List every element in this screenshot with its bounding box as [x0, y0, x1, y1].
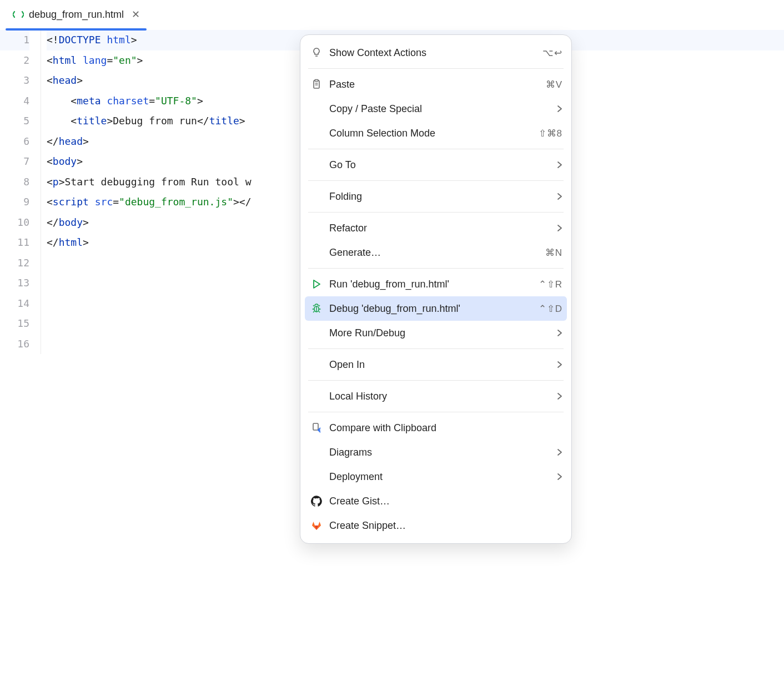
menu-item-column-selection[interactable]: Column Selection Mode⇧⌘8 — [300, 121, 571, 145]
menu-separator — [308, 268, 564, 269]
menu-item-more-run-debug[interactable]: More Run/Debug — [300, 321, 571, 345]
chevron-right-icon — [557, 105, 562, 113]
compare-icon — [309, 422, 324, 433]
menu-label: More Run/Debug — [329, 327, 551, 339]
line-number: 14 — [0, 294, 29, 314]
menu-shortcut: ⇧⌘8 — [539, 128, 562, 139]
menu-label: Paste — [329, 79, 540, 90]
menu-label: Local History — [329, 391, 551, 402]
bulb-icon — [309, 47, 324, 58]
clipboard-icon — [309, 79, 324, 90]
menu-item-go-to[interactable]: Go To — [300, 153, 571, 177]
menu-label: Debug 'debug_from_run.html' — [329, 303, 533, 315]
menu-separator — [308, 412, 564, 412]
line-number: 10 — [0, 213, 29, 233]
menu-label: Column Selection Mode — [329, 128, 533, 139]
line-number: 2 — [0, 50, 29, 71]
menu-separator — [308, 68, 564, 69]
menu-item-debug-file[interactable]: Debug 'debug_from_run.html'⌃⇧D — [305, 296, 567, 321]
menu-shortcut: ⌃⇧R — [539, 279, 562, 290]
menu-item-generate[interactable]: Generate…⌘N — [300, 240, 571, 265]
line-number: 1 — [0, 30, 29, 50]
gitlab-icon — [309, 520, 324, 531]
menu-item-refactor[interactable]: Refactor — [300, 216, 571, 240]
menu-label: Run 'debug_from_run.html' — [329, 279, 533, 290]
menu-label: Go To — [329, 159, 551, 171]
menu-item-local-history[interactable]: Local History — [300, 384, 571, 408]
menu-label: Compare with Clipboard — [329, 422, 562, 434]
menu-separator — [308, 180, 564, 181]
menu-item-context-actions[interactable]: Show Context Actions⌥↩ — [300, 41, 571, 65]
line-number: 8 — [0, 172, 29, 193]
menu-separator — [308, 212, 564, 213]
line-number: 13 — [0, 273, 29, 294]
menu-separator — [308, 380, 564, 381]
chevron-right-icon — [557, 361, 562, 368]
line-number: 6 — [0, 132, 29, 152]
menu-item-create-snippet[interactable]: Create Snippet… — [300, 513, 571, 538]
line-number: 3 — [0, 70, 29, 91]
tab-title: debug_from_run.html — [29, 9, 124, 21]
chevron-right-icon — [557, 448, 562, 456]
svg-rect-2 — [315, 80, 318, 82]
menu-label: Diagrams — [329, 447, 551, 458]
chevron-right-icon — [557, 392, 562, 400]
menu-shortcut: ⌥↩ — [542, 47, 562, 59]
context-menu: Show Context Actions⌥↩Paste⌘VCopy / Past… — [300, 34, 572, 544]
chevron-right-icon — [557, 329, 562, 337]
menu-separator — [308, 348, 564, 349]
line-number: 15 — [0, 314, 29, 334]
menu-separator — [308, 149, 564, 149]
menu-label: Create Gist… — [329, 496, 562, 507]
line-number: 16 — [0, 334, 29, 355]
line-number: 12 — [0, 253, 29, 274]
menu-item-compare-clipboard[interactable]: Compare with Clipboard — [300, 416, 571, 440]
menu-label: Refactor — [329, 223, 551, 234]
menu-shortcut: ⌃⇧D — [539, 303, 562, 315]
menu-item-paste[interactable]: Paste⌘V — [300, 72, 571, 97]
bug-icon — [309, 303, 324, 314]
menu-label: Show Context Actions — [329, 47, 537, 59]
line-number: 9 — [0, 192, 29, 213]
editor-tab[interactable]: debug_from_run.html ✕ — [6, 0, 147, 29]
menu-shortcut: ⌘V — [546, 79, 562, 90]
github-icon — [309, 496, 324, 507]
menu-item-diagrams[interactable]: Diagrams — [300, 440, 571, 464]
line-number: 4 — [0, 91, 29, 112]
menu-item-open-in[interactable]: Open In — [300, 352, 571, 377]
menu-label: Create Snippet… — [329, 520, 562, 532]
line-number: 11 — [0, 233, 29, 253]
chevron-right-icon — [557, 473, 562, 481]
chevron-right-icon — [557, 161, 562, 169]
menu-item-folding[interactable]: Folding — [300, 184, 571, 209]
menu-item-create-gist[interactable]: Create Gist… — [300, 489, 571, 513]
menu-label: Generate… — [329, 247, 540, 259]
chevron-right-icon — [557, 224, 562, 232]
menu-item-copy-paste-special[interactable]: Copy / Paste Special — [300, 97, 571, 121]
menu-label: Deployment — [329, 471, 551, 483]
tab-bar: debug_from_run.html ✕ — [0, 0, 784, 30]
menu-item-deployment[interactable]: Deployment — [300, 464, 571, 489]
html-file-icon — [12, 8, 24, 21]
line-number: 7 — [0, 151, 29, 172]
menu-label: Folding — [329, 191, 551, 203]
menu-label: Copy / Paste Special — [329, 103, 551, 115]
menu-shortcut: ⌘N — [545, 247, 562, 259]
tab-active-indicator — [6, 28, 147, 31]
line-number: 5 — [0, 111, 29, 132]
chevron-right-icon — [557, 193, 562, 200]
menu-item-run-file[interactable]: Run 'debug_from_run.html'⌃⇧R — [300, 272, 571, 296]
play-icon — [309, 279, 324, 290]
menu-label: Open In — [329, 359, 551, 371]
close-icon[interactable]: ✕ — [132, 8, 140, 21]
line-gutter: 12345678910111213141516 — [0, 30, 41, 354]
